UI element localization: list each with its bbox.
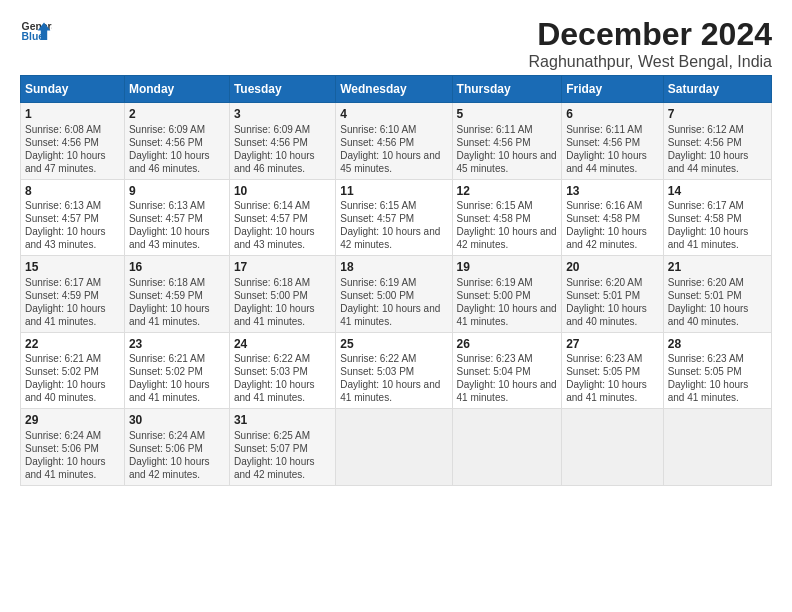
day-number: 21 <box>668 260 767 276</box>
sunset-info: Sunset: 4:57 PM <box>25 212 120 225</box>
day-number: 7 <box>668 107 767 123</box>
sunset-info: Sunset: 5:00 PM <box>234 289 331 302</box>
sunset-info: Sunset: 4:56 PM <box>340 136 447 149</box>
sunrise-info: Sunrise: 6:09 AM <box>234 123 331 136</box>
day-number: 16 <box>129 260 225 276</box>
header-row: General Blue December 2024 Raghunathpur,… <box>20 16 772 71</box>
day-cell: 18 Sunrise: 6:19 AM Sunset: 5:00 PM Dayl… <box>336 256 452 333</box>
day-number: 11 <box>340 184 447 200</box>
col-friday: Friday <box>562 76 664 103</box>
day-number: 8 <box>25 184 120 200</box>
sunset-info: Sunset: 4:56 PM <box>566 136 659 149</box>
sunset-info: Sunset: 4:59 PM <box>25 289 120 302</box>
daylight-label: Daylight: 10 hours and 41 minutes. <box>25 455 120 481</box>
sunset-info: Sunset: 4:57 PM <box>340 212 447 225</box>
sunset-info: Sunset: 5:07 PM <box>234 442 331 455</box>
day-cell: 14 Sunrise: 6:17 AM Sunset: 4:58 PM Dayl… <box>663 179 771 256</box>
sunset-info: Sunset: 5:05 PM <box>668 365 767 378</box>
page: General Blue December 2024 Raghunathpur,… <box>0 0 792 612</box>
sunrise-info: Sunrise: 6:23 AM <box>668 352 767 365</box>
daylight-label: Daylight: 10 hours and 43 minutes. <box>25 225 120 251</box>
week-row-2: 8 Sunrise: 6:13 AM Sunset: 4:57 PM Dayli… <box>21 179 772 256</box>
subtitle: Raghunathpur, West Bengal, India <box>529 53 772 71</box>
day-number: 28 <box>668 337 767 353</box>
day-cell: 1 Sunrise: 6:08 AM Sunset: 4:56 PM Dayli… <box>21 103 125 180</box>
col-tuesday: Tuesday <box>229 76 335 103</box>
day-number: 4 <box>340 107 447 123</box>
sunrise-info: Sunrise: 6:09 AM <box>129 123 225 136</box>
sunrise-info: Sunrise: 6:19 AM <box>340 276 447 289</box>
day-number: 9 <box>129 184 225 200</box>
daylight-label: Daylight: 10 hours and 41 minutes. <box>234 302 331 328</box>
sunrise-info: Sunrise: 6:23 AM <box>457 352 558 365</box>
daylight-label: Daylight: 10 hours and 41 minutes. <box>457 378 558 404</box>
sunrise-info: Sunrise: 6:13 AM <box>129 199 225 212</box>
sunrise-info: Sunrise: 6:12 AM <box>668 123 767 136</box>
col-thursday: Thursday <box>452 76 562 103</box>
week-row-5: 29 Sunrise: 6:24 AM Sunset: 5:06 PM Dayl… <box>21 409 772 486</box>
sunset-info: Sunset: 4:58 PM <box>668 212 767 225</box>
daylight-label: Daylight: 10 hours and 41 minutes. <box>566 378 659 404</box>
day-cell: 13 Sunrise: 6:16 AM Sunset: 4:58 PM Dayl… <box>562 179 664 256</box>
daylight-label: Daylight: 10 hours and 41 minutes. <box>668 378 767 404</box>
day-number: 27 <box>566 337 659 353</box>
day-number: 22 <box>25 337 120 353</box>
daylight-label: Daylight: 10 hours and 46 minutes. <box>234 149 331 175</box>
day-cell: 21 Sunrise: 6:20 AM Sunset: 5:01 PM Dayl… <box>663 256 771 333</box>
sunrise-info: Sunrise: 6:20 AM <box>668 276 767 289</box>
sunset-info: Sunset: 4:57 PM <box>234 212 331 225</box>
day-cell: 17 Sunrise: 6:18 AM Sunset: 5:00 PM Dayl… <box>229 256 335 333</box>
sunset-info: Sunset: 4:58 PM <box>566 212 659 225</box>
main-title: December 2024 <box>529 16 772 53</box>
daylight-label: Daylight: 10 hours and 42 minutes. <box>566 225 659 251</box>
sunset-info: Sunset: 4:56 PM <box>234 136 331 149</box>
day-cell: 11 Sunrise: 6:15 AM Sunset: 4:57 PM Dayl… <box>336 179 452 256</box>
header-row: Sunday Monday Tuesday Wednesday Thursday… <box>21 76 772 103</box>
day-number: 29 <box>25 413 120 429</box>
sunset-info: Sunset: 4:56 PM <box>129 136 225 149</box>
sunrise-info: Sunrise: 6:19 AM <box>457 276 558 289</box>
daylight-label: Daylight: 10 hours and 42 minutes. <box>457 225 558 251</box>
day-number: 1 <box>25 107 120 123</box>
daylight-label: Daylight: 10 hours and 41 minutes. <box>25 302 120 328</box>
sunrise-info: Sunrise: 6:17 AM <box>25 276 120 289</box>
day-cell: 4 Sunrise: 6:10 AM Sunset: 4:56 PM Dayli… <box>336 103 452 180</box>
col-monday: Monday <box>124 76 229 103</box>
sunrise-info: Sunrise: 6:22 AM <box>340 352 447 365</box>
day-number: 17 <box>234 260 331 276</box>
day-number: 6 <box>566 107 659 123</box>
daylight-label: Daylight: 10 hours and 41 minutes. <box>129 378 225 404</box>
sunrise-info: Sunrise: 6:13 AM <box>25 199 120 212</box>
day-number: 2 <box>129 107 225 123</box>
day-number: 14 <box>668 184 767 200</box>
day-cell <box>562 409 664 486</box>
day-number: 19 <box>457 260 558 276</box>
daylight-label: Daylight: 10 hours and 46 minutes. <box>129 149 225 175</box>
sunset-info: Sunset: 4:58 PM <box>457 212 558 225</box>
day-cell: 7 Sunrise: 6:12 AM Sunset: 4:56 PM Dayli… <box>663 103 771 180</box>
day-cell: 5 Sunrise: 6:11 AM Sunset: 4:56 PM Dayli… <box>452 103 562 180</box>
daylight-label: Daylight: 10 hours and 42 minutes. <box>234 455 331 481</box>
day-cell <box>663 409 771 486</box>
logo: General Blue <box>20 16 52 48</box>
daylight-label: Daylight: 10 hours and 43 minutes. <box>129 225 225 251</box>
sunset-info: Sunset: 4:59 PM <box>129 289 225 302</box>
sunrise-info: Sunrise: 6:11 AM <box>566 123 659 136</box>
day-cell: 3 Sunrise: 6:09 AM Sunset: 4:56 PM Dayli… <box>229 103 335 180</box>
sunset-info: Sunset: 4:56 PM <box>668 136 767 149</box>
sunset-info: Sunset: 5:03 PM <box>340 365 447 378</box>
day-number: 20 <box>566 260 659 276</box>
title-block: December 2024 Raghunathpur, West Bengal,… <box>529 16 772 71</box>
day-cell: 12 Sunrise: 6:15 AM Sunset: 4:58 PM Dayl… <box>452 179 562 256</box>
day-cell: 31 Sunrise: 6:25 AM Sunset: 5:07 PM Dayl… <box>229 409 335 486</box>
day-cell: 6 Sunrise: 6:11 AM Sunset: 4:56 PM Dayli… <box>562 103 664 180</box>
sunset-info: Sunset: 5:03 PM <box>234 365 331 378</box>
sunset-info: Sunset: 4:56 PM <box>25 136 120 149</box>
daylight-label: Daylight: 10 hours and 45 minutes. <box>457 149 558 175</box>
sunrise-info: Sunrise: 6:16 AM <box>566 199 659 212</box>
day-cell: 19 Sunrise: 6:19 AM Sunset: 5:00 PM Dayl… <box>452 256 562 333</box>
day-number: 31 <box>234 413 331 429</box>
day-cell <box>452 409 562 486</box>
day-number: 24 <box>234 337 331 353</box>
sunset-info: Sunset: 5:01 PM <box>668 289 767 302</box>
